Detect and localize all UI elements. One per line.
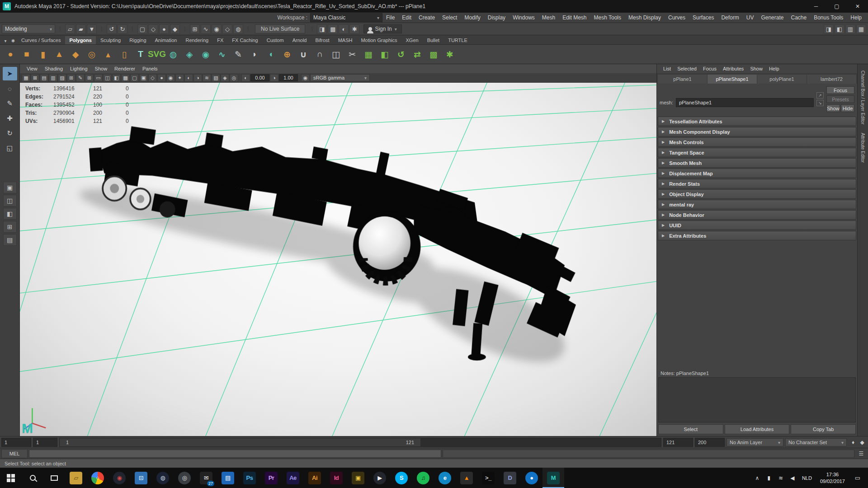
shelf-tab[interactable]: Bullet <box>423 36 444 44</box>
shelf-tab[interactable]: Custom <box>263 36 288 44</box>
menu-item[interactable]: Mesh Tools <box>590 13 625 22</box>
mesh-name-field[interactable]: pPlaneShape1 <box>676 98 814 107</box>
shelf-tab[interactable]: Bifrost <box>311 36 333 44</box>
uv-distortion-icon[interactable]: ▩ <box>426 47 441 62</box>
poly-pipe-icon[interactable]: ▯ <box>117 47 132 62</box>
media-player[interactable]: ▶ <box>369 468 391 488</box>
gate-mask-icon[interactable]: ◧ <box>112 74 121 82</box>
snap-to-plane-icon[interactable]: ◇ <box>222 24 232 34</box>
battery-icon[interactable]: ▮ <box>763 475 775 481</box>
animation-start-field[interactable]: 1 <box>1 438 31 447</box>
new-scene-icon[interactable]: ▱ <box>65 24 75 34</box>
select-camera-icon[interactable]: ▦ <box>22 74 30 82</box>
maya-taskbar[interactable]: M <box>542 468 564 488</box>
indesign[interactable]: Id <box>326 468 347 488</box>
gamma-icon[interactable]: ◑ <box>270 74 278 82</box>
playback-start-field[interactable]: 1 <box>33 438 57 447</box>
menu-item[interactable]: Surfaces <box>689 13 717 22</box>
shaded-icon[interactable]: ● <box>157 74 166 82</box>
attribute-editor-menu-item[interactable]: Attributes <box>720 65 746 72</box>
type-tool-icon[interactable]: T <box>133 47 148 62</box>
menu-item[interactable]: File <box>382 13 398 22</box>
shelf-tab[interactable]: FX Caching <box>228 36 262 44</box>
script-editor-icon[interactable]: ☰ <box>856 450 867 457</box>
attribute-section[interactable]: Object Display <box>658 189 856 199</box>
shelf-tab[interactable]: FX <box>213 36 227 44</box>
attribute-editor-tab[interactable]: polyPlane1 <box>757 75 807 84</box>
panel-menu-item[interactable]: View <box>24 65 41 72</box>
attribute-editor-menu-item[interactable]: Focus <box>700 65 719 72</box>
shelf-tab[interactable]: TURTLE <box>444 36 472 44</box>
shelf-tab[interactable]: Sculpting <box>96 36 125 44</box>
exposure-field[interactable]: 0.00 <box>250 74 269 81</box>
viewport-canvas[interactable]: Verts: 1396416 121 0 Edges: 2791524 220 … <box>20 83 656 436</box>
three-pane-layout-button[interactable]: ◧ <box>3 208 17 220</box>
single-pane-layout-button[interactable]: ▣ <box>3 182 17 193</box>
motion-blur-icon[interactable]: ≋ <box>203 74 211 82</box>
attribute-editor-tab[interactable]: pPlane1 <box>658 75 707 84</box>
highlight-selection-icon[interactable]: ▢ <box>137 24 147 34</box>
separate-icon[interactable]: ∩ <box>312 47 327 62</box>
attribute-section[interactable]: Smooth Mesh <box>658 158 856 168</box>
shelf-tab[interactable]: Rigging <box>125 36 150 44</box>
four-pane-layout-button[interactable]: ⊞ <box>3 221 17 233</box>
select-tool[interactable]: ➤ <box>3 67 17 80</box>
menu-item[interactable]: Mesh Display <box>625 13 665 22</box>
poly-sphere-icon[interactable]: ● <box>3 47 18 62</box>
task-view-button[interactable] <box>43 468 65 488</box>
image-plane-icon[interactable]: ▨ <box>58 74 66 82</box>
yellow-tool[interactable]: ▣ <box>347 468 369 488</box>
ipr-render-icon[interactable]: ◐ <box>339 24 349 34</box>
attribute-section[interactable]: Mesh Controls <box>658 137 856 147</box>
panel-menu-item[interactable]: Shading <box>42 65 66 72</box>
poly-superellipse-icon[interactable]: ◍ <box>165 47 181 62</box>
render-view-icon[interactable]: ◨ <box>317 24 327 34</box>
premiere[interactable]: Pr <box>260 468 282 488</box>
poly-cylinder-icon[interactable]: ▮ <box>35 47 51 62</box>
attribute-section[interactable]: Displacement Map <box>658 169 856 178</box>
menu-item[interactable]: Select <box>439 13 461 22</box>
menu-item[interactable]: Modify <box>461 13 484 22</box>
open-scene-icon[interactable]: ▰ <box>76 24 86 34</box>
shadows-icon[interactable]: ◐ <box>184 74 193 82</box>
wireframe-icon[interactable]: ◇ <box>148 74 157 82</box>
menu-item[interactable]: Cache <box>787 13 810 22</box>
menu-item[interactable]: Generate <box>757 13 787 22</box>
sidebar-channel-box-icon[interactable]: ▥ <box>845 24 855 34</box>
attribute-editor-tab[interactable]: Attribute Editor <box>860 133 865 163</box>
combine-icon[interactable]: ∪ <box>296 47 311 62</box>
attribute-editor-menu-item[interactable]: Help <box>766 65 782 72</box>
uv-grid-icon[interactable]: ▦ <box>361 47 376 62</box>
film-gate-icon[interactable]: ▭ <box>94 74 103 82</box>
tray-expand-icon[interactable]: ∧ <box>751 475 763 481</box>
attribute-section[interactable]: mental ray <box>658 200 856 209</box>
attribute-section[interactable]: Mesh Component Display <box>658 127 856 136</box>
poly-cube-icon[interactable]: ■ <box>19 47 34 62</box>
reduce-icon[interactable]: ◖ <box>263 47 278 62</box>
focus-button[interactable]: Focus <box>826 86 854 94</box>
attribute-editor-tab[interactable]: lambert72 <box>807 75 856 84</box>
2d-pan-zoom-icon[interactable]: ⊞ <box>67 74 75 82</box>
shelf-menu-icon[interactable]: ▾ <box>2 37 9 44</box>
attribute-section[interactable]: Tangent Space <box>658 148 856 157</box>
attribute-section[interactable]: Extra Attributes <box>658 231 856 240</box>
blue-dot-app[interactable]: ● <box>521 468 542 488</box>
sculpt-sphere-icon[interactable]: ◉ <box>198 47 213 62</box>
svg-tool-icon[interactable]: SVG <box>149 47 165 62</box>
select-button[interactable]: Select <box>658 424 723 434</box>
mirror-icon[interactable]: ◫ <box>328 47 344 62</box>
xray-icon[interactable]: ◈ <box>221 74 229 82</box>
uv-auto-unwrap-icon[interactable]: ↺ <box>393 47 409 62</box>
sidebar-modeling-toolkit-icon[interactable]: ▦ <box>856 24 866 34</box>
menu-item[interactable]: Curves <box>665 13 689 22</box>
maximize-button[interactable]: ▢ <box>826 0 847 13</box>
minimize-button[interactable]: ─ <box>806 0 826 13</box>
two-pane-layout-button[interactable]: ◫ <box>3 195 17 206</box>
workspace-select[interactable]: Maya Classic <box>310 13 382 22</box>
remote-desktop[interactable]: ⊡ <box>130 468 152 488</box>
attribute-section[interactable]: Render Stats <box>658 179 856 188</box>
grease-pencil-icon[interactable]: ✎ <box>76 74 85 82</box>
menu-set-select[interactable]: Modeling <box>2 24 55 33</box>
camera-attributes-icon[interactable]: ▤ <box>40 74 48 82</box>
clock[interactable]: 17:3609/02/2017 <box>816 471 849 485</box>
